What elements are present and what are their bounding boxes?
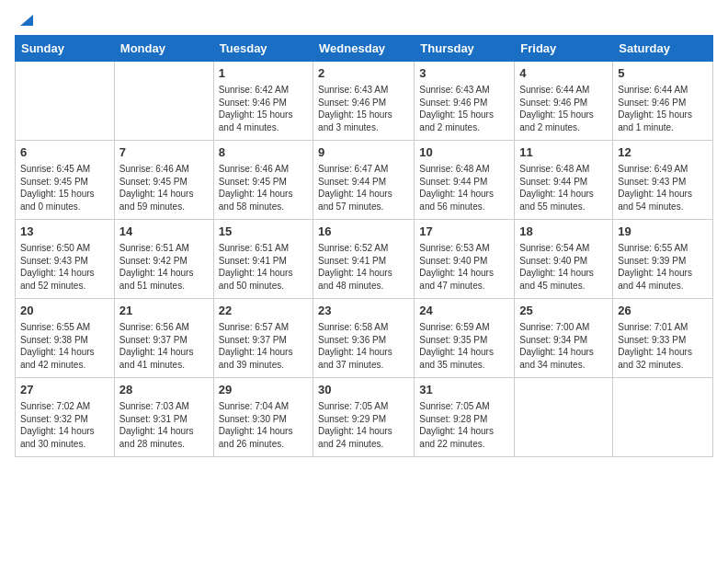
day-number: 31 [419,382,509,398]
day-number: 21 [119,303,209,319]
calendar-cell: 17Sunrise: 6:53 AM Sunset: 9:40 PM Dayli… [415,220,515,299]
column-header-tuesday: Tuesday [213,36,313,62]
day-info: Sunrise: 6:51 AM Sunset: 9:41 PM Dayligh… [219,242,308,292]
column-header-thursday: Thursday [415,36,515,62]
calendar-cell [613,378,713,457]
day-number: 19 [618,224,708,240]
column-header-wednesday: Wednesday [313,36,415,62]
day-info: Sunrise: 6:53 AM Sunset: 9:40 PM Dayligh… [419,242,509,292]
day-number: 26 [618,303,708,319]
day-number: 6 [20,144,109,161]
logo-icon [17,11,33,28]
day-number: 3 [419,65,509,82]
calendar-cell: 22Sunrise: 6:57 AM Sunset: 9:37 PM Dayli… [213,299,313,378]
calendar-cell: 8Sunrise: 6:46 AM Sunset: 9:45 PM Daylig… [213,141,313,220]
calendar-cell: 12Sunrise: 6:49 AM Sunset: 9:43 PM Dayli… [613,141,713,220]
calendar-cell: 25Sunrise: 7:00 AM Sunset: 9:34 PM Dayli… [515,299,613,378]
day-info: Sunrise: 7:03 AM Sunset: 9:31 PM Dayligh… [119,400,209,450]
day-info: Sunrise: 6:46 AM Sunset: 9:45 PM Dayligh… [219,163,308,213]
calendar-cell: 19Sunrise: 6:55 AM Sunset: 9:39 PM Dayli… [613,220,713,299]
calendar-cell: 21Sunrise: 6:56 AM Sunset: 9:37 PM Dayli… [114,299,213,378]
calendar-cell: 2Sunrise: 6:43 AM Sunset: 9:46 PM Daylig… [313,62,415,141]
calendar-cell: 6Sunrise: 6:45 AM Sunset: 9:45 PM Daylig… [16,141,115,220]
column-header-monday: Monday [114,36,213,62]
day-number: 25 [519,303,608,319]
calendar-cell: 13Sunrise: 6:50 AM Sunset: 9:43 PM Dayli… [16,220,115,299]
day-info: Sunrise: 7:04 AM Sunset: 9:30 PM Dayligh… [219,400,308,450]
calendar-table: SundayMondayTuesdayWednesdayThursdayFrid… [15,35,713,457]
day-info: Sunrise: 6:51 AM Sunset: 9:42 PM Dayligh… [119,242,209,292]
calendar-cell: 28Sunrise: 7:03 AM Sunset: 9:31 PM Dayli… [114,378,213,457]
day-number: 8 [219,144,308,161]
calendar-cell: 3Sunrise: 6:43 AM Sunset: 9:46 PM Daylig… [415,62,515,141]
day-number: 5 [618,65,708,82]
day-info: Sunrise: 7:05 AM Sunset: 9:28 PM Dayligh… [419,400,509,450]
calendar-cell: 29Sunrise: 7:04 AM Sunset: 9:30 PM Dayli… [213,378,313,457]
calendar-cell: 23Sunrise: 6:58 AM Sunset: 9:36 PM Dayli… [313,299,415,378]
day-info: Sunrise: 6:54 AM Sunset: 9:40 PM Dayligh… [519,242,608,292]
day-info: Sunrise: 6:59 AM Sunset: 9:35 PM Dayligh… [419,321,509,371]
calendar-cell: 30Sunrise: 7:05 AM Sunset: 9:29 PM Dayli… [313,378,415,457]
calendar-cell: 31Sunrise: 7:05 AM Sunset: 9:28 PM Dayli… [415,378,515,457]
calendar-cell: 9Sunrise: 6:47 AM Sunset: 9:44 PM Daylig… [313,141,415,220]
calendar-header-row: SundayMondayTuesdayWednesdayThursdayFrid… [16,36,713,62]
day-info: Sunrise: 7:05 AM Sunset: 9:29 PM Dayligh… [318,400,409,450]
calendar-cell: 10Sunrise: 6:48 AM Sunset: 9:44 PM Dayli… [415,141,515,220]
day-number: 4 [519,65,608,82]
day-info: Sunrise: 6:55 AM Sunset: 9:39 PM Dayligh… [618,242,708,292]
day-number: 2 [318,65,409,82]
day-number: 29 [219,382,308,398]
calendar-cell: 24Sunrise: 6:59 AM Sunset: 9:35 PM Dayli… [415,299,515,378]
day-number: 7 [119,144,209,161]
calendar-cell: 7Sunrise: 6:46 AM Sunset: 9:45 PM Daylig… [114,141,213,220]
day-number: 22 [219,303,308,319]
svg-marker-0 [20,15,33,26]
day-info: Sunrise: 6:55 AM Sunset: 9:38 PM Dayligh… [20,321,109,371]
day-info: Sunrise: 6:49 AM Sunset: 9:43 PM Dayligh… [618,163,708,213]
day-info: Sunrise: 6:42 AM Sunset: 9:46 PM Dayligh… [219,84,308,133]
day-number: 13 [20,224,109,240]
calendar-cell: 5Sunrise: 6:44 AM Sunset: 9:46 PM Daylig… [613,62,713,141]
day-number: 10 [419,144,509,161]
day-number: 28 [119,382,209,398]
calendar-week-row: 13Sunrise: 6:50 AM Sunset: 9:43 PM Dayli… [16,220,713,299]
day-info: Sunrise: 6:48 AM Sunset: 9:44 PM Dayligh… [419,163,509,213]
calendar-cell [515,378,613,457]
day-info: Sunrise: 7:02 AM Sunset: 9:32 PM Dayligh… [20,400,109,450]
day-number: 14 [119,224,209,240]
day-info: Sunrise: 6:44 AM Sunset: 9:46 PM Dayligh… [618,84,708,133]
calendar-cell: 18Sunrise: 6:54 AM Sunset: 9:40 PM Dayli… [515,220,613,299]
calendar-cell: 4Sunrise: 6:44 AM Sunset: 9:46 PM Daylig… [515,62,613,141]
day-number: 24 [419,303,509,319]
day-info: Sunrise: 6:52 AM Sunset: 9:41 PM Dayligh… [318,242,409,292]
day-info: Sunrise: 6:56 AM Sunset: 9:37 PM Dayligh… [119,321,209,371]
day-number: 9 [318,144,409,161]
calendar-cell: 11Sunrise: 6:48 AM Sunset: 9:44 PM Dayli… [515,141,613,220]
calendar-cell: 14Sunrise: 6:51 AM Sunset: 9:42 PM Dayli… [114,220,213,299]
calendar-cell: 27Sunrise: 7:02 AM Sunset: 9:32 PM Dayli… [16,378,115,457]
day-info: Sunrise: 6:58 AM Sunset: 9:36 PM Dayligh… [318,321,409,371]
day-info: Sunrise: 6:57 AM Sunset: 9:37 PM Dayligh… [219,321,308,371]
day-number: 15 [219,224,308,240]
day-number: 12 [618,144,708,161]
day-info: Sunrise: 6:50 AM Sunset: 9:43 PM Dayligh… [20,242,109,292]
day-number: 18 [519,224,608,240]
calendar-cell: 20Sunrise: 6:55 AM Sunset: 9:38 PM Dayli… [16,299,115,378]
day-info: Sunrise: 6:45 AM Sunset: 9:45 PM Dayligh… [20,163,109,213]
day-info: Sunrise: 6:43 AM Sunset: 9:46 PM Dayligh… [318,84,409,133]
calendar-cell: 16Sunrise: 6:52 AM Sunset: 9:41 PM Dayli… [313,220,415,299]
day-number: 30 [318,382,409,398]
column-header-friday: Friday [515,36,613,62]
calendar-week-row: 1Sunrise: 6:42 AM Sunset: 9:46 PM Daylig… [16,62,713,141]
day-number: 16 [318,224,409,240]
day-info: Sunrise: 6:44 AM Sunset: 9:46 PM Dayligh… [519,84,608,133]
calendar-cell: 1Sunrise: 6:42 AM Sunset: 9:46 PM Daylig… [213,62,313,141]
day-info: Sunrise: 7:00 AM Sunset: 9:34 PM Dayligh… [519,321,608,371]
day-number: 17 [419,224,509,240]
calendar-cell [114,62,213,141]
page-header [15,15,713,28]
day-info: Sunrise: 6:46 AM Sunset: 9:45 PM Dayligh… [119,163,209,213]
day-number: 11 [519,144,608,161]
calendar-week-row: 20Sunrise: 6:55 AM Sunset: 9:38 PM Dayli… [16,299,713,378]
day-info: Sunrise: 6:48 AM Sunset: 9:44 PM Dayligh… [519,163,608,213]
